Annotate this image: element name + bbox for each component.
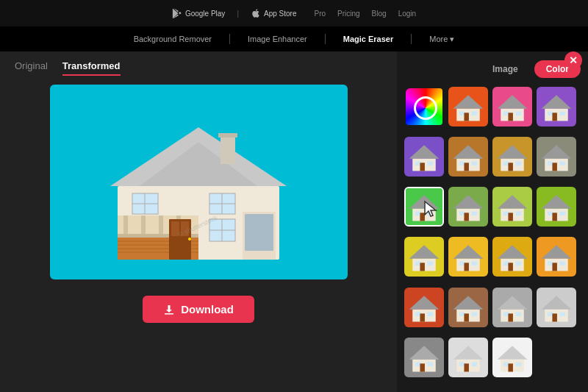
svg-point-19	[188, 238, 191, 240]
app-store-badge[interactable]: App Store	[251, 8, 296, 18]
tab-transformed[interactable]: Transformed	[62, 60, 121, 76]
swatch-13[interactable]	[448, 237, 488, 277]
svg-rect-79	[420, 213, 424, 221]
svg-rect-36	[472, 111, 477, 115]
swatch-2[interactable]	[492, 87, 532, 126]
svg-rect-145	[552, 313, 556, 321]
svg-rect-162	[516, 362, 521, 366]
close-button[interactable]: ✕	[564, 51, 582, 69]
svg-rect-131	[459, 312, 465, 316]
svg-rect-54	[428, 162, 433, 166]
swatch-16[interactable]	[404, 288, 444, 327]
svg-rect-71	[548, 162, 553, 166]
swatch-rainbow[interactable]	[404, 87, 444, 126]
svg-rect-78	[428, 212, 433, 216]
svg-rect-67	[508, 163, 512, 171]
swatch-1[interactable]	[448, 87, 488, 126]
nav-bar: Background Remover Image Enhancer Magic …	[0, 26, 588, 51]
svg-rect-139	[508, 313, 512, 321]
swatch-10[interactable]	[492, 187, 532, 227]
download-button[interactable]: Download	[143, 296, 254, 323]
view-tabs: Original Transformed	[15, 60, 121, 76]
swatch-19[interactable]	[537, 288, 576, 327]
svg-rect-97	[552, 213, 556, 221]
svg-rect-115	[508, 263, 512, 271]
svg-rect-48	[560, 111, 565, 115]
swatch-7[interactable]	[537, 137, 576, 177]
svg-rect-161	[503, 362, 509, 366]
swatch-4[interactable]	[404, 137, 444, 177]
nav-enhancer[interactable]: Image Enhancer	[248, 35, 307, 43]
svg-rect-89	[503, 212, 509, 216]
left-panel: Original Transformed	[0, 51, 397, 392]
svg-rect-41	[503, 111, 509, 115]
nav-bg-remover[interactable]: Background Remover	[134, 35, 212, 43]
svg-rect-149	[415, 362, 420, 366]
nav-more[interactable]: More ▾	[429, 35, 454, 44]
svg-rect-60	[472, 162, 477, 166]
svg-rect-61	[464, 163, 468, 171]
svg-rect-143	[548, 312, 553, 316]
svg-rect-126	[428, 312, 433, 316]
svg-rect-65	[503, 162, 509, 166]
swatch-9[interactable]	[448, 187, 488, 227]
svg-rect-109	[464, 263, 468, 271]
svg-rect-91	[508, 213, 512, 221]
svg-rect-151	[420, 363, 424, 371]
svg-rect-43	[508, 113, 512, 121]
preview-image: © shutterstock	[50, 85, 348, 279]
svg-rect-132	[472, 312, 477, 316]
swatch-8-selected[interactable]	[404, 187, 444, 227]
svg-rect-114	[516, 262, 521, 266]
svg-rect-85	[464, 213, 468, 221]
swatch-17[interactable]	[448, 288, 488, 327]
swatch-22[interactable]	[492, 338, 532, 377]
app-store-label: App Store	[264, 10, 296, 18]
svg-rect-103	[420, 263, 424, 271]
svg-rect-101	[415, 262, 420, 266]
svg-rect-113	[503, 262, 509, 266]
swatch-5[interactable]	[448, 137, 488, 177]
mode-image-button[interactable]: Image	[481, 60, 530, 78]
svg-rect-150	[428, 362, 433, 366]
swatch-11[interactable]	[537, 187, 576, 227]
swatch-14[interactable]	[492, 237, 532, 277]
download-icon	[163, 304, 175, 316]
tab-original[interactable]: Original	[15, 60, 48, 76]
google-play-badge[interactable]: Google Play	[172, 8, 225, 18]
google-play-label: Google Play	[185, 10, 225, 18]
right-panel: Image Color	[397, 51, 588, 392]
main-content: Original Transformed	[0, 51, 588, 392]
swatch-6[interactable]	[492, 137, 532, 177]
svg-rect-144	[560, 312, 565, 316]
swatch-18[interactable]	[492, 288, 532, 327]
mode-toggle: Image Color	[404, 60, 581, 78]
svg-rect-47	[548, 111, 553, 115]
top-bar: Google Play | App Store Pro Pricing Blog…	[0, 0, 588, 26]
svg-rect-77	[415, 212, 420, 216]
house-illustration: © shutterstock	[96, 98, 301, 267]
svg-rect-107	[459, 262, 465, 266]
svg-rect-121	[552, 263, 556, 271]
svg-rect-35	[459, 111, 465, 115]
svg-rect-3	[220, 135, 235, 164]
swatch-3[interactable]	[537, 87, 576, 126]
nav-eraser[interactable]: Magic Eraser	[343, 35, 393, 43]
svg-rect-157	[464, 363, 468, 371]
svg-rect-4	[218, 133, 237, 138]
svg-rect-90	[516, 212, 521, 216]
swatch-12[interactable]	[404, 237, 444, 277]
svg-rect-73	[552, 163, 556, 171]
swatch-20[interactable]	[404, 338, 444, 377]
svg-rect-133	[464, 313, 468, 321]
svg-rect-138	[516, 312, 521, 316]
svg-rect-96	[560, 212, 565, 216]
svg-rect-42	[516, 111, 521, 115]
svg-rect-137	[503, 312, 509, 316]
download-label: Download	[181, 303, 234, 316]
swatch-15[interactable]	[537, 237, 576, 277]
swatch-21[interactable]	[448, 338, 488, 377]
svg-rect-37	[464, 113, 468, 121]
svg-rect-30	[245, 214, 273, 251]
svg-rect-95	[548, 212, 553, 216]
